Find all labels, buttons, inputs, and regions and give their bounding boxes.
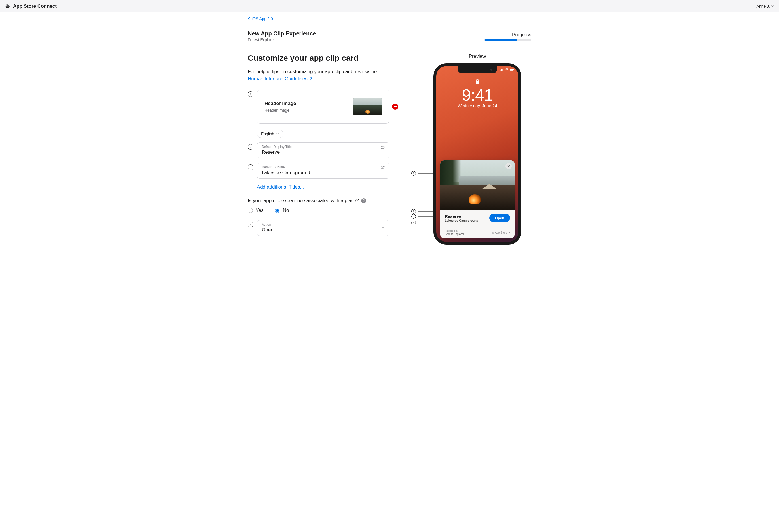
- section-title: Customize your app clip card: [248, 54, 390, 63]
- radio-yes-circle: [248, 208, 253, 213]
- language-value: English: [261, 132, 274, 136]
- app-store-link[interactable]: App Store: [491, 231, 510, 234]
- intro-text: For helpful tips on customizing your app…: [248, 68, 390, 75]
- action-label: Action: [262, 223, 274, 227]
- progress-label: Progress: [484, 32, 531, 38]
- help-icon[interactable]: ?: [361, 198, 366, 203]
- subtitle-input[interactable]: [262, 170, 381, 176]
- phone-frame: 9:41 Wednesday, June 24 ✕: [433, 63, 521, 245]
- svg-rect-7: [476, 81, 479, 84]
- external-link-icon: [309, 77, 313, 80]
- page-subtitle: Forest Explorer: [248, 38, 316, 42]
- chevron-down-icon: [277, 132, 279, 135]
- radio-no[interactable]: No: [275, 208, 289, 213]
- radio-no-circle: [275, 208, 280, 213]
- display-title-field[interactable]: Default Display Title 23: [257, 142, 390, 158]
- app-store-icon: [491, 231, 494, 234]
- app-store-connect-icon: [5, 4, 10, 9]
- svg-rect-2: [501, 69, 502, 71]
- step-marker-2: 2: [248, 144, 253, 150]
- progress-fill: [484, 40, 517, 41]
- app-clip-card: ✕ Reserve Lakeside Campground Open: [440, 160, 515, 238]
- user-menu[interactable]: Anne J.: [757, 4, 774, 8]
- add-titles-link[interactable]: Add additional Titles...: [257, 184, 304, 190]
- remove-image-button[interactable]: [392, 104, 398, 110]
- svg-rect-0: [500, 70, 500, 71]
- step-marker-3: 3: [248, 165, 253, 170]
- radio-yes[interactable]: Yes: [248, 208, 264, 213]
- clip-title: Reserve: [445, 214, 479, 219]
- clip-header-image: ✕: [440, 160, 515, 210]
- page-title: New App Clip Experience: [248, 31, 316, 37]
- powered-by-app: Forest Explorer: [445, 233, 464, 236]
- clip-close-button[interactable]: ✕: [505, 163, 512, 169]
- lock-icon: [475, 79, 480, 85]
- clip-subtitle: Lakeside Campground: [445, 219, 479, 222]
- place-question: Is your app clip experience associated w…: [248, 198, 359, 203]
- step-marker-4: 4: [248, 222, 253, 227]
- action-value: Open: [262, 227, 274, 233]
- subtitle-label: Default Subtitle: [262, 165, 381, 169]
- subtitle-counter: 37: [381, 165, 385, 170]
- clip-action-button[interactable]: Open: [489, 214, 510, 222]
- display-title-label: Default Display Title: [262, 145, 381, 149]
- user-name: Anne J.: [757, 4, 770, 8]
- action-select[interactable]: Action Open: [257, 220, 390, 236]
- svg-rect-3: [502, 69, 502, 71]
- powered-by-label: Powered by: [445, 229, 464, 232]
- svg-rect-1: [501, 70, 501, 71]
- language-select[interactable]: English: [257, 130, 284, 138]
- display-title-counter: 23: [381, 145, 385, 150]
- svg-point-4: [506, 70, 507, 71]
- sub-header: iOS App 2.0 New App Clip Experience Fore…: [0, 12, 779, 47]
- subtitle-field[interactable]: Default Subtitle 37: [257, 163, 390, 179]
- wifi-icon: [505, 68, 509, 71]
- back-label: iOS App 2.0: [252, 16, 273, 21]
- header-image-thumbnail: [354, 99, 382, 115]
- chevron-down-icon: [381, 226, 385, 229]
- hig-link[interactable]: Human Interface Guidelines: [248, 76, 313, 82]
- lock-screen-time: 9:41 Wednesday, June 24: [436, 85, 519, 108]
- chevron-down-icon: [771, 5, 774, 8]
- status-icons: [500, 68, 514, 71]
- step-marker-1: 1: [248, 91, 253, 97]
- chevron-right-icon: [508, 231, 510, 234]
- chevron-left-icon: [248, 17, 250, 20]
- progress-bar: [484, 40, 531, 41]
- header-image-title: Header image: [264, 101, 296, 106]
- display-title-input[interactable]: [262, 150, 381, 155]
- back-link[interactable]: iOS App 2.0: [248, 16, 273, 21]
- header-image-card[interactable]: Header image Header image: [257, 90, 390, 124]
- svg-rect-5: [510, 69, 513, 71]
- phone-notch: [458, 66, 497, 73]
- preview-column: Preview 1 2→ 3→ 4 ↑: [423, 54, 531, 245]
- app-title: App Store Connect: [13, 3, 57, 9]
- annot-1: 1: [411, 171, 436, 176]
- signal-icon: [500, 68, 504, 71]
- top-bar: App Store Connect Anne J.: [0, 0, 779, 12]
- header-image-subtitle: Header image: [264, 108, 296, 113]
- battery-icon: [510, 68, 514, 71]
- preview-label: Preview: [469, 54, 486, 59]
